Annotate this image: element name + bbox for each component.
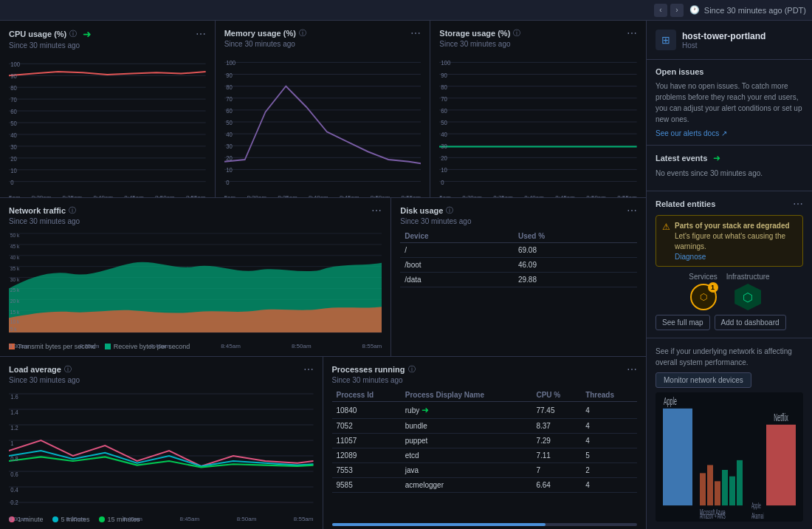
- proc-name: acmelogger: [401, 478, 532, 493]
- storage-x-labels: 5am 8:30am 8:35am 8:40am 8:45am 8:50am 8…: [439, 194, 637, 197]
- memory-panel-title: Memory usage (%): [224, 29, 296, 38]
- svg-text:0: 0: [10, 178, 14, 186]
- proc-cpu: 7.11: [531, 448, 581, 463]
- processes-panel-title: Processes running: [332, 365, 405, 374]
- svg-text:100: 100: [226, 59, 235, 67]
- proc-cpu: 7: [531, 463, 581, 478]
- svg-rect-108: [722, 470, 728, 505]
- warning-title: Parts of your stack are degraded: [675, 221, 796, 231]
- warning-icon: ⚠: [662, 222, 670, 261]
- proc-cpu: 77.45: [531, 402, 581, 419]
- network-chart: 50 k 45 k 40 k 35 k 30 k 25 k 20 k 15 k …: [9, 230, 382, 340]
- nav-forward-button[interactable]: ›: [670, 4, 684, 17]
- proc-pid: 7553: [332, 463, 401, 478]
- disk-table-row: /data 29.88: [400, 273, 637, 287]
- monitor-network-button[interactable]: Monitor network devices: [656, 372, 751, 388]
- svg-text:70: 70: [226, 95, 233, 103]
- disk-panel-title: Disk usage: [400, 206, 443, 215]
- svg-text:40 k: 40 k: [10, 255, 20, 260]
- network-promo-section: See if your underlying network is affect…: [647, 338, 812, 529]
- network-panel-title: Network traffic: [9, 206, 66, 215]
- svg-text:60: 60: [10, 107, 17, 115]
- cpu-menu-icon[interactable]: ⋯: [196, 29, 206, 39]
- proc-name: etcd: [401, 448, 532, 463]
- proc-pid: 11057: [332, 434, 401, 448]
- svg-text:1.6: 1.6: [10, 392, 18, 400]
- svg-text:15 k: 15 k: [10, 310, 20, 315]
- memory-panel: Memory usage (%) ⓘ ⋯ Since 30 minutes ag…: [216, 21, 431, 197]
- storage-menu-icon[interactable]: ⋯: [627, 28, 637, 38]
- load-panel-subtitle: Since 30 minutes ago: [9, 376, 314, 384]
- process-table-row: 7052 bundle 8.37 4: [332, 419, 638, 434]
- memory-menu-icon[interactable]: ⋯: [410, 28, 421, 38]
- svg-text:10: 10: [441, 166, 448, 174]
- host-name: host-tower-portland: [682, 31, 765, 41]
- processes-title-row: Processes running ⓘ: [332, 364, 416, 375]
- services-icon[interactable]: ⬡ 1: [690, 284, 717, 310]
- processes-info-icon[interactable]: ⓘ: [408, 364, 416, 375]
- load-panel-title: Load average: [9, 365, 61, 374]
- disk-panel-subtitle: Since 30 minutes ago: [400, 217, 637, 225]
- svg-text:Apple: Apple: [664, 395, 677, 408]
- latest-events-header: Latest events ➜: [656, 153, 803, 163]
- dashboard-area: CPU usage (%) ⓘ ➜ ⋯ Since 30 minutes ago: [0, 21, 646, 529]
- proc-name: puppet: [401, 434, 532, 448]
- diagnose-link[interactable]: Diagnose: [675, 253, 706, 261]
- cpu-chart-area: 100 90 80 70 60 50 40 30 20 10 0 5am: [9, 54, 206, 191]
- svg-text:20: 20: [10, 154, 17, 163]
- load-chart: 1.6 1.4 1.2 1 0.8 0.6 0.4 0.2: [9, 389, 314, 513]
- nav-back-button[interactable]: ‹: [654, 4, 667, 17]
- proc-col-pid: Process Id: [332, 389, 401, 402]
- cpu-arrow-icon: ➜: [83, 28, 92, 40]
- memory-info-icon[interactable]: ⓘ: [299, 28, 306, 38]
- svg-text:1: 1: [10, 439, 13, 447]
- process-table-row: 12089 etcd 7.11 5: [332, 448, 638, 463]
- alerts-docs-label: See our alerts docs: [656, 129, 719, 137]
- svg-text:90: 90: [226, 71, 233, 79]
- storage-info-icon[interactable]: ⓘ: [513, 28, 520, 38]
- svg-text:60: 60: [441, 106, 448, 115]
- load-title-row: Load average ⓘ: [9, 364, 72, 375]
- infrastructure-icon[interactable]: ⬡: [734, 284, 761, 310]
- memory-chart-area: 100 90 80 70 60 50 40 30 20 10 0 5am: [224, 52, 422, 191]
- svg-rect-109: [729, 477, 735, 505]
- svg-text:0.8: 0.8: [10, 454, 18, 463]
- load-info-icon[interactable]: ⓘ: [64, 364, 72, 375]
- svg-text:50: 50: [10, 119, 17, 127]
- related-entities-menu[interactable]: ⋯: [793, 199, 803, 209]
- svg-text:50: 50: [441, 118, 448, 126]
- svg-text:0.6: 0.6: [10, 470, 18, 478]
- services-badge: 1: [708, 282, 718, 293]
- svg-text:20: 20: [441, 154, 448, 163]
- processes-panel-header: Processes running ⓘ ⋯: [332, 364, 638, 375]
- infrastructure-label: Infrastructure: [726, 273, 770, 281]
- svg-rect-110: [737, 460, 743, 505]
- proc-pid: 9585: [332, 478, 401, 493]
- middle-panels: Network traffic ⓘ ⋯ Since 30 minutes ago: [0, 198, 646, 357]
- add-to-dashboard-button[interactable]: Add to dashboard: [715, 315, 786, 330]
- processes-menu-icon[interactable]: ⋯: [627, 364, 637, 375]
- open-issues-title: Open issues: [656, 67, 803, 76]
- network-menu-icon[interactable]: ⋯: [371, 205, 382, 216]
- processes-scrollbar[interactable]: [332, 523, 638, 526]
- disk-menu-icon[interactable]: ⋯: [627, 205, 637, 216]
- network-title-row: Network traffic ⓘ: [9, 205, 76, 216]
- processes-table-scroll[interactable]: Process Id Process Display Name CPU % Th…: [332, 389, 638, 520]
- network-info-icon[interactable]: ⓘ: [69, 205, 76, 216]
- see-full-map-button[interactable]: See full map: [656, 315, 710, 330]
- cpu-info-icon[interactable]: ⓘ: [69, 29, 77, 39]
- cpu-x-labels: 5am 8:30am 8:35am 8:40am 8:45am 8:50am 8…: [9, 194, 206, 197]
- svg-text:25 k: 25 k: [10, 287, 20, 293]
- proc-threads: 4: [581, 402, 637, 419]
- processes-panel-subtitle: Since 30 minutes ago: [332, 376, 638, 384]
- svg-text:70: 70: [441, 95, 448, 103]
- svg-text:80: 80: [10, 83, 17, 92]
- memory-chart: 100 90 80 70 60 50 40 30 20 10 0: [224, 52, 422, 191]
- latest-events-title: Latest events: [656, 154, 707, 163]
- load-menu-icon[interactable]: ⋯: [303, 364, 314, 375]
- svg-text:Akamai: Akamai: [700, 520, 712, 522]
- svg-text:1.2: 1.2: [10, 423, 18, 431]
- svg-text:1.4: 1.4: [10, 408, 18, 416]
- disk-info-icon[interactable]: ⓘ: [446, 205, 453, 216]
- alerts-docs-link[interactable]: See our alerts docs ↗: [656, 129, 803, 137]
